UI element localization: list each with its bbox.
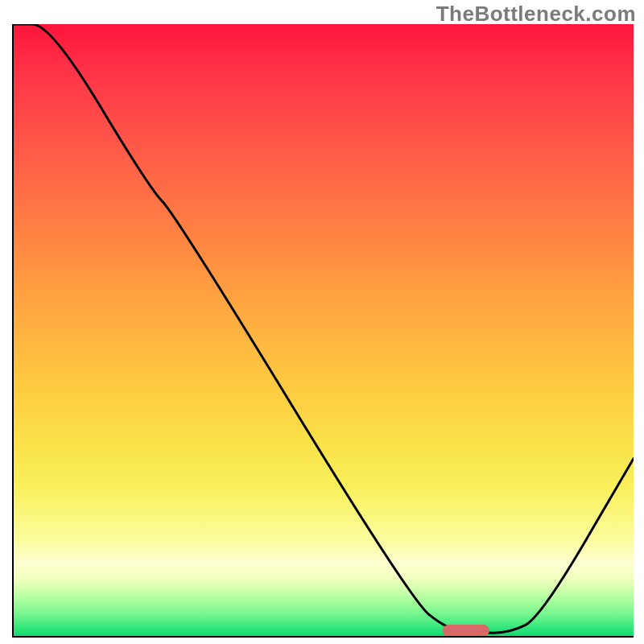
watermark-text: TheBottleneck.com <box>436 2 636 27</box>
plot-area <box>12 24 634 638</box>
curve-svg <box>14 24 634 636</box>
optimal-marker <box>443 625 489 637</box>
bottleneck-chart: TheBottleneck.com <box>0 0 644 644</box>
bottleneck-curve-path <box>14 24 634 633</box>
